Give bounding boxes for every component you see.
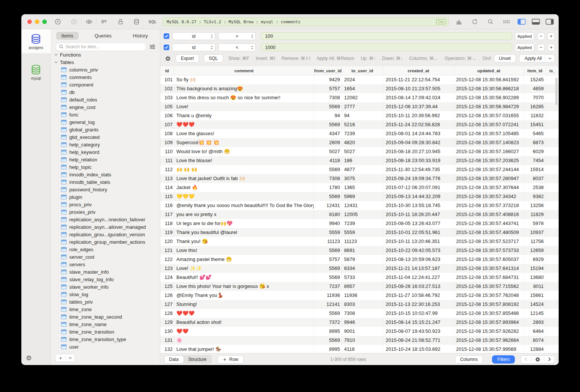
cell-updated_at[interactable]: 2015-12-08 15:30:57.34342 (454, 192, 523, 201)
cell-comment[interactable]: ❤️❤️❤️ (174, 309, 314, 318)
cell-id[interactable]: 116 (160, 201, 174, 210)
cell-created_at[interactable]: 2015-11-13 22:30:16.253 (383, 300, 454, 309)
disconnect-icon[interactable] (71, 18, 77, 25)
cell-comment[interactable]: Beautiful!! 💕💕 (174, 273, 314, 282)
sidebar-item-table-component[interactable]: component (51, 81, 160, 88)
cell-item_id[interactable]: 8873 (523, 138, 546, 147)
sidebar-item-table-db[interactable]: db (51, 88, 160, 96)
sidebar-item-table-replication_asynnnection_failover[interactable]: replication_asyn...nnection_failover (51, 216, 160, 223)
column-header-item_id[interactable]: item_id (523, 66, 546, 75)
cell-comment[interactable]: Supercool💥 💥 💥 (174, 138, 314, 147)
cell-to_user_id[interactable]: 7239 (341, 129, 383, 138)
sidebar-item-table-func[interactable]: func (51, 111, 160, 118)
cell-to_user_id[interactable]: 5879 (341, 255, 383, 264)
cell-item_id[interactable]: 8011 (523, 282, 546, 291)
sql-button[interactable]: SQL (204, 54, 223, 63)
cell-updated_at[interactable]: 2015-12-08 15:30:57.140823 (454, 138, 523, 147)
cell-created_at[interactable]: 2015-08-13 20:59:06.623 (383, 255, 454, 264)
cell-to_user_id[interactable]: 7910 (341, 336, 383, 345)
cell-from_user_id[interactable]: 12431 (314, 201, 341, 210)
cell-from_user_id[interactable]: 5569 (314, 246, 341, 255)
cell-id[interactable]: 113 (160, 174, 174, 183)
cell-updated_at[interactable]: 2015-12-08 15:30:57.573733 (454, 246, 523, 255)
cell-id[interactable]: 126 (160, 291, 174, 300)
connection-mysql[interactable]: mysql (21, 60, 51, 84)
cell-updated_at[interactable]: 2015-12-08 15:30:56.866218 (454, 84, 523, 93)
cell-comment[interactable]: Love that jumper! 🏇 (174, 345, 314, 353)
add-filter-button[interactable]: + (547, 44, 555, 51)
table-row[interactable]: 121Love this!556986912015-10-22 09:42:05… (160, 246, 559, 255)
cell-from_user_id[interactable]: 5569 (314, 309, 341, 318)
chevron-down-icon[interactable] (548, 57, 552, 60)
filter-applied-button[interactable]: Applied (515, 32, 534, 40)
sidebar-item-table-procs_priv[interactable]: procs_priv (51, 201, 160, 208)
table-row[interactable]: 130❤️❤️899590012015-08-07 19:43:50.92320… (160, 327, 559, 336)
cell-id[interactable]: 131 (160, 336, 174, 345)
cell-created_at[interactable]: 2015-08-26 16:03:27.513 (383, 282, 454, 291)
cell-id[interactable]: 110 (160, 147, 174, 156)
cell-from_user_id[interactable]: 11936 (314, 291, 341, 300)
table-row[interactable]: 112🙌 🙌 🙌556948772015-11-30 12:54:49.7352… (160, 165, 559, 174)
cell-to_user_id[interactable]: 12082 (341, 93, 383, 102)
cell-item_id[interactable]: 6029 (523, 147, 546, 156)
sidebar-item-table-time_zone[interactable]: time_zone (51, 306, 160, 313)
cell-to_user_id[interactable]: 5216 (341, 120, 383, 129)
cell-from_user_id[interactable]: 8995 (314, 345, 341, 353)
table-row[interactable]: 131🌸556979102015-08-24 21:08:52.7712015-… (160, 336, 559, 345)
cell-is_[interactable] (546, 219, 559, 228)
cell-from_user_id[interactable]: 11123 (314, 237, 341, 246)
cell-to_user_id[interactable]: 4820 (341, 138, 383, 147)
cell-is_[interactable] (546, 300, 559, 309)
table-row[interactable]: 132Love that jumper! 🏇899541182015-10-24… (160, 345, 559, 353)
cell-item_id[interactable]: 9382 (523, 192, 546, 201)
tree-group-functions[interactable]: Functions (51, 51, 160, 58)
cell-from_user_id[interactable]: 8180 (314, 210, 341, 219)
sidebar-item-table-tables_priv[interactable]: tables_priv (51, 298, 160, 306)
cell-comment[interactable]: Beautiful action shot! (174, 318, 314, 327)
cell-item_id[interactable]: 6929 (523, 255, 546, 264)
cell-from_user_id[interactable]: 7237 (314, 282, 341, 291)
cell-id[interactable]: 128 (160, 309, 174, 318)
cell-item_id[interactable]: 16285 (523, 102, 546, 111)
filter-value-input[interactable] (261, 32, 512, 40)
cell-item_id[interactable]: 4659 (523, 84, 546, 93)
remove-filter-button[interactable]: − (537, 33, 545, 40)
table-row[interactable]: 106Thank u @emily94942015-10-11 20:39:56… (160, 111, 559, 120)
cell-item_id[interactable]: 12659 (523, 246, 546, 255)
tab-history[interactable]: History (128, 32, 153, 40)
sidebar-item-table-server_cost[interactable]: server_cost (51, 253, 160, 261)
grid-settings-gear-icon[interactable] (531, 356, 544, 363)
sidebar-item-table-servers[interactable]: servers (51, 261, 160, 268)
cell-to_user_id[interactable]: 8303 (341, 300, 383, 309)
cell-item_id[interactable]: 2893 (523, 318, 546, 327)
vertical-scrollbar[interactable] (555, 78, 558, 105)
cell-from_user_id[interactable]: 7308 (314, 174, 341, 183)
cell-created_at[interactable]: 2015-08-18 23:00:33.919 (383, 156, 454, 165)
cell-updated_at[interactable]: 2015-12-08 15:30:57.808192 (454, 300, 523, 309)
cell-created_at[interactable]: 2015-08-05 13:26:43.077 (383, 219, 454, 228)
cell-updated_at[interactable]: 2015-12-08 15:30:56.902289 (454, 93, 523, 102)
table-row[interactable]: 108Love the glasses!434772392015-08-01 1… (160, 129, 559, 138)
cell-from_user_id[interactable]: 5569 (314, 273, 341, 282)
cell-created_at[interactable]: 2015-11-24 22:02:58.828 (383, 120, 454, 129)
cell-created_at[interactable]: 2015-08-24 21:08:52.771 (383, 336, 454, 345)
cell-created_at[interactable]: 2015-11-27 10:58:46.792 (383, 291, 454, 300)
cell-is_[interactable] (546, 228, 559, 237)
search-input[interactable] (55, 43, 146, 51)
cell-to_user_id[interactable]: 5969 (341, 192, 383, 201)
cell-to_user_id[interactable]: 11123 (341, 237, 383, 246)
cell-created_at[interactable]: 2015-10-24 18:15:03.692 (383, 345, 454, 353)
cell-item_id[interactable]: 14524 (523, 300, 546, 309)
sidebar-item-table-proxies_priv[interactable]: proxies_priv (51, 208, 160, 216)
cell-to_user_id[interactable]: 3075 (341, 174, 383, 183)
cell-is_[interactable] (546, 309, 559, 318)
cell-item_id[interactable]: 15194 (523, 264, 546, 273)
cell-updated_at[interactable]: 2015-12-08 15:30:57.855466 (454, 309, 523, 318)
cell-created_at[interactable]: 2015-08-14 17:09:42.024 (383, 93, 454, 102)
cell-updated_at[interactable]: 2015-12-08 15:30:57.99569 (454, 345, 523, 353)
cell-item_id[interactable]: 15245 (523, 75, 546, 84)
cell-updated_at[interactable]: 2015-12-08 15:30:57.715562 (454, 282, 523, 291)
filter-field-select[interactable]: id (172, 32, 215, 40)
connect-icon[interactable] (55, 18, 61, 25)
cell-created_at[interactable]: 2015-10-11 18:28:20.447 (383, 210, 454, 219)
